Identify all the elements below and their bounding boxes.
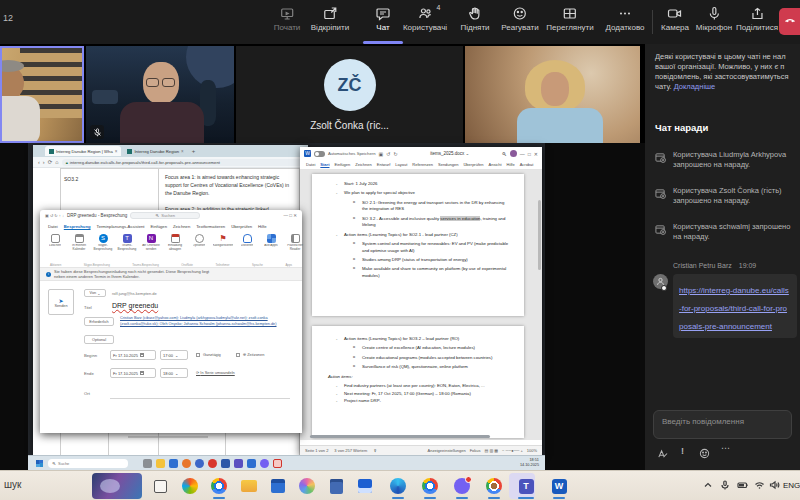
meeting-title-value[interactable]: DRP greenedu xyxy=(112,302,158,309)
tab-einfuegen[interactable]: Einfügen xyxy=(151,224,168,229)
vertical-scrollbar[interactable] xyxy=(538,200,541,270)
task-view-icon[interactable] xyxy=(150,476,170,496)
location-field[interactable] xyxy=(110,398,290,399)
messenger-app-icon[interactable] xyxy=(452,476,472,496)
required-button[interactable]: Erforderlich xyxy=(84,317,114,326)
tab-start[interactable]: Start xyxy=(320,162,329,167)
begin-date-field[interactable]: Fr 17.10.2025 xyxy=(110,350,156,360)
tab-hilfe[interactable]: Hilfe xyxy=(258,224,266,229)
participant-video-2[interactable] xyxy=(86,46,234,143)
dictate-icon[interactable]: 🎙︎ xyxy=(373,448,377,453)
taskbar-icon[interactable] xyxy=(247,459,256,468)
tab-ansicht[interactable]: Ansicht xyxy=(488,162,501,167)
window-controls[interactable]: — □ ✕ xyxy=(284,213,298,218)
shared-link[interactable]: https://interreg-danube.eu/calls-for-pro… xyxy=(679,286,789,331)
end-time-field[interactable]: 18:00 ⌄ xyxy=(160,368,188,378)
tray-wifi-icon[interactable] xyxy=(754,480,765,490)
document-filename[interactable]: items_2025.docx ⌄ xyxy=(401,151,499,156)
timezones-checkbox[interactable] xyxy=(236,353,240,357)
tab-referenzen[interactable]: Referenzen xyxy=(412,162,433,167)
save-icon[interactable]: ▣ xyxy=(378,151,383,157)
participants-button[interactable]: 4 Користувачі xyxy=(403,6,447,32)
emoji-icon[interactable] xyxy=(699,448,710,459)
tab-textformatieren[interactable]: Textformatieren xyxy=(196,224,225,229)
minimize-icon[interactable]: — xyxy=(520,151,525,157)
zoom-level[interactable]: 100% xyxy=(527,448,537,453)
copy-to-calendar-button[interactable]: In meinen Kalender xyxy=(68,234,90,252)
chrome-profile3-icon[interactable] xyxy=(484,476,504,496)
chat-button[interactable]: Чат xyxy=(376,6,391,32)
file-explorer-icon[interactable] xyxy=(239,476,259,496)
horizontal-scrollbar[interactable] xyxy=(310,435,490,438)
allday-checkbox[interactable] xyxy=(196,353,200,357)
taskbar-icon[interactable] xyxy=(260,459,269,468)
view-button[interactable]: Переглянути xyxy=(546,6,593,32)
message-input[interactable]: Введіть повідомлення xyxy=(653,410,792,439)
learn-more-link[interactable]: Докладніше xyxy=(674,82,716,91)
onenote-button[interactable]: NAn OneNote senden xyxy=(140,234,162,252)
folder-icon[interactable] xyxy=(156,459,165,468)
react-button[interactable]: Реагувати xyxy=(501,6,538,32)
tab-hilfe[interactable]: Hilfe xyxy=(507,162,515,167)
format-icon[interactable] xyxy=(657,448,668,459)
forward-icon[interactable]: › xyxy=(43,159,45,165)
taskbar-icon[interactable] xyxy=(169,459,178,468)
browser-tab-1[interactable]: Interreg Danube Region | Wha × xyxy=(45,146,121,156)
tab-ueberpruefen[interactable]: Überprüfen xyxy=(231,224,252,229)
teams-meeting-button[interactable]: TTeams-Besprechung xyxy=(116,234,138,252)
taskbar-icon[interactable] xyxy=(221,459,230,468)
unpin-button[interactable]: Відкріпити xyxy=(311,6,349,32)
copilot-icon[interactable] xyxy=(180,476,200,496)
raise-hand-button[interactable]: Підняти xyxy=(460,6,489,32)
tray-battery-icon[interactable] xyxy=(737,480,749,490)
camera-button[interactable]: Камера xyxy=(661,6,689,32)
undo-icon[interactable]: ↺ xyxy=(386,151,390,157)
address-bar[interactable]: 🔒︎ interreg-danube.eu/calls-for-proposal… xyxy=(62,159,303,166)
tab-terminplanung[interactable]: Terminplanungs-Assistent xyxy=(97,224,145,229)
quick-access-icons[interactable]: ▣ ↺ ↻ ↑ ↓ xyxy=(45,213,64,218)
tab-einfuegen[interactable]: Einfügen xyxy=(334,162,350,167)
autosave-toggle[interactable] xyxy=(314,151,325,157)
browser-tab-2[interactable]: Interreg Danube Region × xyxy=(123,146,187,156)
reload-icon[interactable]: ⟳ xyxy=(48,159,53,165)
taskbar-icon[interactable] xyxy=(234,459,243,468)
word-count[interactable]: 3 von 257 Wörtern xyxy=(334,448,367,453)
leave-meeting-button[interactable] xyxy=(779,8,800,35)
end-date-field[interactable]: Fr 17.10.2025 xyxy=(110,368,156,378)
display-settings[interactable]: Anzeigeeinstellungen xyxy=(428,448,466,453)
tab-sendungen[interactable]: Sendungen xyxy=(438,162,458,167)
more-button[interactable]: Додатково xyxy=(605,6,644,32)
outlook-active-icon[interactable] xyxy=(273,459,282,468)
chat-message[interactable]: https://interreg-danube.eu/calls-for-pro… xyxy=(673,274,797,338)
taskbar-icon[interactable] xyxy=(208,459,217,468)
immersive-reader-button[interactable]: Plastischer Reader xyxy=(284,234,306,252)
delete-button[interactable]: Löschen xyxy=(44,234,66,252)
calendar-app-icon[interactable] xyxy=(268,476,288,496)
tray-mic-icon[interactable] xyxy=(720,480,730,490)
back-icon[interactable]: ‹ xyxy=(38,159,40,165)
optional-button[interactable]: Optional xyxy=(84,335,114,344)
taskbar-icon[interactable] xyxy=(143,459,152,468)
tray-language[interactable]: ENG xyxy=(783,481,800,490)
maximize-icon[interactable]: □ xyxy=(528,151,531,157)
tab-entwurf[interactable]: Entwurf xyxy=(377,162,391,167)
word-app-icon[interactable]: W xyxy=(549,476,569,496)
outlook-window[interactable]: ▣ ↺ ↻ ↑ ↓ DRP greenedu - Besprechung 🔍︎S… xyxy=(40,210,302,433)
view-icons[interactable]: ▤ ▥ ▦ xyxy=(485,448,499,453)
close-tab-icon[interactable]: × xyxy=(115,149,118,154)
participant-video-3[interactable] xyxy=(465,46,640,143)
skype-meeting-button[interactable]: SSkype-Besprechung xyxy=(92,234,114,252)
taskbar-search-text[interactable]: шук xyxy=(4,479,21,490)
floppy-save-icon[interactable] xyxy=(355,476,375,496)
outlook-search-box[interactable]: 🔍︎Suchen xyxy=(130,212,200,219)
share-button[interactable]: Поділитися xyxy=(736,6,778,32)
presenter-search-box[interactable]: 🔍︎Suche xyxy=(48,459,128,468)
tab-datei[interactable]: Datei xyxy=(48,224,58,229)
more-options-icon[interactable]: ⋯ xyxy=(721,443,730,453)
all-apps-button[interactable]: Alle Apps xyxy=(260,234,282,252)
begin-time-field[interactable]: 17:00 ⌄ xyxy=(160,350,188,360)
zoom-slider[interactable]: − ──●── + xyxy=(502,448,523,453)
microphone-button[interactable]: Мікрофон xyxy=(696,6,732,32)
home-icon[interactable]: ⌂ xyxy=(55,159,58,165)
chrome-profile2-icon[interactable] xyxy=(420,476,440,496)
